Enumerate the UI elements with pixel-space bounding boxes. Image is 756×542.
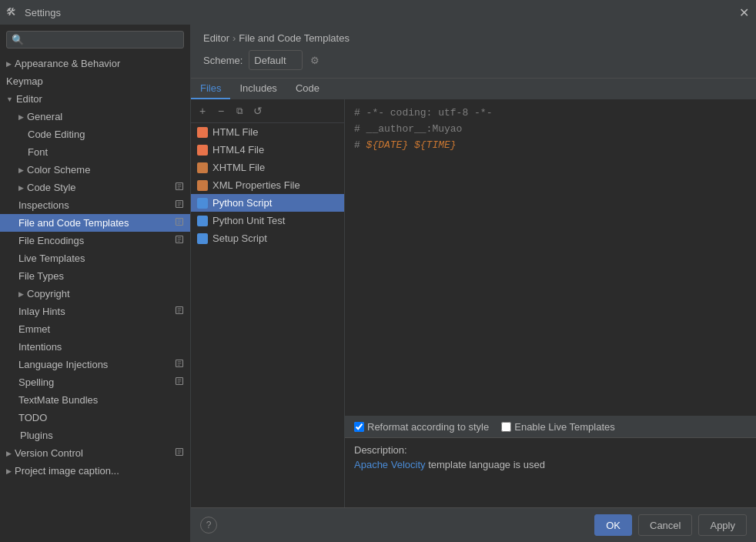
file-icon-python-script [197, 198, 208, 209]
footer: ? OK Cancel Apply [191, 507, 756, 542]
sidebar-nav: ▶Appearance & BehaviorKeymap▼Editor▶Gene… [0, 55, 190, 480]
sidebar-item-inlay-hints[interactable]: Inlay Hints [0, 303, 190, 320]
close-button[interactable]: ✕ [738, 6, 750, 18]
breadcrumb-current: File and Code Templates [239, 32, 350, 44]
file-label-xml-properties-file: XML Properties File [212, 179, 300, 191]
tree-item-xhtml-file[interactable]: XHTML File [191, 159, 344, 176]
window-title: Settings [25, 7, 738, 18]
copy-template-button[interactable]: ⧉ [231, 102, 248, 119]
tabs-row: Files Includes Code [191, 79, 756, 99]
file-icon-html-file [197, 127, 208, 138]
breadcrumb-parent: Editor [203, 32, 229, 44]
sidebar-item-file-encodings[interactable]: File Encodings [0, 232, 190, 249]
sidebar-item-todo[interactable]: TODO [0, 409, 190, 427]
sidebar-item-label: Project image caption... [15, 465, 119, 477]
scheme-select-wrapper: Default Project [249, 50, 303, 70]
live-templates-checkbox-row[interactable]: Enable Live Templates [501, 421, 615, 433]
reformat-checkbox[interactable] [354, 422, 364, 432]
sidebar-item-appearance[interactable]: ▶Appearance & Behavior [0, 55, 190, 72]
sidebar-item-copyright[interactable]: ▶Copyright [0, 285, 190, 303]
sidebar-item-label: Code Editing [28, 129, 85, 140]
sidebar-item-intentions[interactable]: Intentions [0, 338, 190, 356]
badge-icon [175, 199, 184, 211]
sidebar-item-label: Version Control [15, 447, 83, 459]
sidebar-item-label: Editor [16, 93, 42, 105]
file-tree-items: HTML File HTML4 File XHTML File XML Prop… [191, 123, 344, 507]
sidebar-item-inspections[interactable]: Inspections [0, 196, 190, 214]
title-bar: 🛠 Settings ✕ [0, 0, 756, 25]
sidebar-item-code-style[interactable]: ▶Code Style [0, 179, 190, 196]
arrow-icon: ▶ [18, 113, 24, 121]
reformat-checkbox-row[interactable]: Reformat according to style [354, 421, 489, 433]
main-header: Editor › File and Code Templates Scheme:… [191, 25, 756, 79]
badge-icon [175, 447, 184, 459]
cancel-button[interactable]: Cancel [638, 514, 692, 536]
arrow-icon: ▶ [18, 184, 24, 192]
file-icon-xhtml-file [197, 162, 208, 173]
sidebar-item-keymap[interactable]: Keymap [0, 72, 190, 90]
arrow-icon: ▶ [18, 290, 24, 298]
tree-item-html-file[interactable]: HTML File [191, 123, 344, 141]
description-text: Apache Velocity template language is use… [354, 459, 747, 470]
search-box[interactable]: 🔍 [6, 31, 184, 49]
sidebar-item-label: File and Code Templates [18, 217, 129, 229]
reformat-label: Reformat according to style [367, 421, 489, 433]
reset-template-button[interactable]: ↺ [249, 102, 266, 119]
tab-code[interactable]: Code [286, 79, 329, 99]
sidebar-item-label: Color Scheme [27, 164, 90, 176]
sidebar-item-label: Language Injections [18, 359, 108, 370]
tree-item-html4-file[interactable]: HTML4 File [191, 141, 344, 159]
sidebar-item-textmate-bundles[interactable]: TextMate Bundles [0, 391, 190, 409]
sidebar-item-label: Intentions [18, 341, 62, 353]
sidebar-item-color-scheme[interactable]: ▶Color Scheme [0, 161, 190, 179]
code-line-2: # __author__:Muyao [354, 122, 747, 138]
file-label-setup-script: Setup Script [212, 233, 267, 244]
scheme-gear-button[interactable]: ⚙ [309, 53, 321, 68]
settings-window: 🛠 Settings ✕ 🔍 ▶Appearance & BehaviorKey… [0, 0, 756, 542]
description-rest: template language is used [426, 459, 545, 470]
split-panel: + − ⧉ ↺ HTML File HTML4 File XHTML File … [191, 99, 756, 507]
sidebar-item-font[interactable]: Font [0, 143, 190, 161]
live-templates-checkbox[interactable] [501, 422, 511, 432]
file-icon-xml-properties-file [197, 180, 208, 191]
sidebar-item-general[interactable]: ▶General [0, 108, 190, 125]
sidebar-item-plugins[interactable]: Plugins [0, 427, 190, 444]
editor-area: # -*- coding: utf-8 -*- # __author__:Muy… [345, 99, 756, 507]
help-button[interactable]: ? [200, 517, 217, 534]
sidebar-item-label: Live Templates [18, 253, 85, 264]
sidebar-item-file-and-code-templates[interactable]: File and Code Templates [0, 214, 190, 232]
file-label-html4-file: HTML4 File [212, 144, 264, 156]
remove-template-button[interactable]: − [212, 102, 229, 119]
sidebar-item-file-types[interactable]: File Types [0, 267, 190, 285]
add-template-button[interactable]: + [194, 102, 211, 119]
file-label-xhtml-file: XHTML File [212, 162, 265, 173]
code-editor[interactable]: # -*- coding: utf-8 -*- # __author__:Muy… [345, 99, 756, 417]
sidebar-item-label: Keymap [6, 75, 43, 87]
tab-includes[interactable]: Includes [230, 79, 286, 99]
scheme-select[interactable]: Default Project [249, 50, 303, 70]
sidebar-item-emmet[interactable]: Emmet [0, 320, 190, 338]
description-link[interactable]: Apache Velocity [354, 459, 426, 470]
tree-item-setup-script[interactable]: Setup Script [191, 229, 344, 247]
sidebar-item-spelling[interactable]: Spelling [0, 373, 190, 391]
search-input[interactable] [27, 34, 179, 45]
sidebar-item-code-editing[interactable]: Code Editing [0, 125, 190, 143]
tree-item-python-unit-test[interactable]: Python Unit Test [191, 212, 344, 229]
sidebar-item-label: TODO [18, 412, 47, 423]
badge-icon [175, 376, 184, 388]
sidebar-item-label: Inspections [18, 199, 69, 211]
tree-item-python-script[interactable]: Python Script [191, 194, 344, 212]
apply-button[interactable]: Apply [698, 514, 747, 536]
sidebar-item-version-control[interactable]: ▶Version Control [0, 444, 190, 462]
ok-button[interactable]: OK [594, 514, 632, 536]
sidebar-item-editor[interactable]: ▼Editor [0, 90, 190, 108]
options-bar: Reformat according to style Enable Live … [345, 417, 756, 438]
sidebar-item-live-templates[interactable]: Live Templates [0, 249, 190, 267]
sidebar-item-label: Appearance & Behavior [15, 58, 120, 69]
tree-item-xml-properties-file[interactable]: XML Properties File [191, 176, 344, 194]
sidebar-item-project-image-caption[interactable]: ▶Project image caption... [0, 462, 190, 480]
file-label-html-file: HTML File [212, 126, 258, 138]
tab-files[interactable]: Files [191, 79, 230, 99]
scheme-label: Scheme: [203, 55, 243, 66]
sidebar-item-language-injections[interactable]: Language Injections [0, 356, 190, 373]
